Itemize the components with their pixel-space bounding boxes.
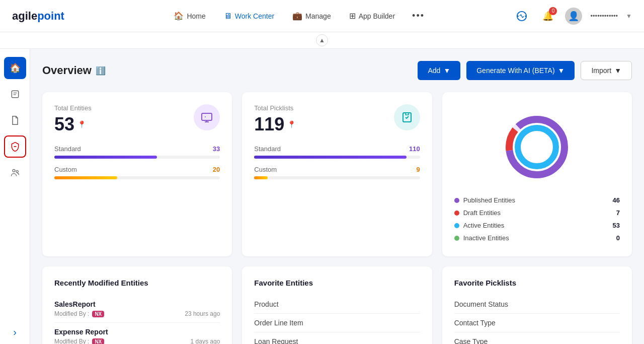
salesreport-user-badge: NX	[92, 311, 104, 317]
favorite-picklists-title: Favorite Picklists	[454, 279, 620, 287]
legend-active-dot	[454, 223, 459, 228]
fav-picklist-documentstatus[interactable]: Document Status	[454, 295, 620, 314]
info-icon[interactable]: ℹ️	[96, 66, 106, 76]
favorite-entities-title: Favorite Entities	[254, 279, 420, 287]
nav-workcenter[interactable]: 🖥 Work Center	[217, 8, 281, 25]
mod-item-salesreport-meta: Modified By : NX 23 hours ago	[54, 310, 220, 317]
nav-more[interactable]: •••	[406, 7, 431, 25]
legend-inactive-value: 0	[616, 234, 620, 242]
nav-more-label: •••	[412, 11, 425, 21]
ai-chevron-icon: ▼	[558, 66, 565, 75]
page-title: Overview	[42, 64, 92, 77]
entities-standard-row: Standard 33	[54, 145, 220, 153]
user-chevron-icon[interactable]: ▼	[626, 13, 632, 20]
picklists-location-icon: 📍	[287, 120, 296, 128]
fav-picklist-contacttype[interactable]: Contact Type	[454, 314, 620, 332]
fav-entity-product[interactable]: Product	[254, 295, 420, 314]
donut-legend: Published Entities 46 Draft Entities 7	[454, 194, 620, 244]
svg-point-1	[518, 15, 519, 17]
topnav-right: 🔔 0 👤 •••••••••••• ▼	[513, 7, 632, 25]
entities-value: 53 📍	[54, 114, 92, 135]
user-avatar[interactable]: 👤	[565, 8, 582, 25]
fav-entity-loanrequest[interactable]: Loan Request	[254, 332, 420, 344]
logo[interactable]: agilepoint	[12, 10, 64, 23]
legend-inactive-label: Inactive Entities	[463, 234, 509, 242]
workcenter-icon: 🖥	[224, 12, 232, 21]
avatar-icon: 👤	[568, 11, 579, 22]
home-sidebar-icon: 🏠	[10, 62, 21, 74]
sidebar-item-notes[interactable]	[4, 83, 26, 105]
entities-custom-fill	[54, 176, 117, 179]
dashboard-bottom-grid: Recently Modified Entities SalesReport M…	[42, 266, 632, 344]
sidebar-item-file[interactable]	[4, 109, 26, 131]
notification-badge: 0	[549, 7, 557, 15]
picklists-info: Total Picklists 119 📍	[254, 104, 296, 135]
sidebar-item-shield[interactable]	[4, 135, 26, 158]
legend-published-left: Published Entities	[454, 196, 515, 204]
apps-icon-btn[interactable]	[513, 7, 531, 25]
appbuilder-icon: ⊞	[349, 11, 356, 21]
legend-inactive-left: Inactive Entities	[454, 234, 509, 242]
add-button[interactable]: Add ▼	[418, 61, 460, 80]
legend-draft-value: 7	[616, 209, 620, 217]
mod-item-expensereport: Expense Report Modified By : NX 1 days a…	[54, 323, 220, 344]
page-title-wrap: Overview ℹ️	[42, 64, 106, 77]
entities-location-icon: 📍	[77, 120, 86, 128]
import-button[interactable]: Import ▼	[581, 61, 632, 80]
picklists-custom-fill	[254, 176, 267, 179]
notes-icon	[10, 89, 20, 99]
picklists-standard-row: Standard 110	[254, 145, 420, 153]
ai-button[interactable]: Generate With AI (BETA) ▼	[466, 61, 575, 80]
sidebar-item-group[interactable]	[4, 162, 26, 184]
entities-icon	[194, 104, 220, 130]
nav-home-label: Home	[187, 12, 205, 20]
nav-manage-label: Manage	[305, 12, 331, 20]
expensereport-modified-label: Modified By :	[54, 338, 89, 344]
salesreport-time: 23 hours ago	[185, 310, 220, 317]
ai-label: Generate With AI (BETA)	[476, 66, 554, 75]
collapse-bar: ▲	[0, 32, 644, 49]
legend-active-left: Active Entities	[454, 222, 505, 229]
salesreport-modified-label: Modified By :	[54, 310, 89, 317]
svg-rect-3	[12, 91, 18, 97]
picklists-number: 119	[254, 114, 284, 135]
entities-custom-bar	[54, 176, 220, 179]
picklists-label: Total Picklists	[254, 104, 296, 112]
favorite-picklists-card: Favorite Picklists Document Status Conta…	[442, 266, 632, 344]
nav-manage[interactable]: 💼 Manage	[285, 7, 338, 25]
fav-picklist-casetype[interactable]: Case Type	[454, 332, 620, 344]
legend-published-label: Published Entities	[463, 196, 515, 204]
picklists-card-header: Total Picklists 119 📍	[254, 104, 420, 135]
fav-entity-orderlineitem[interactable]: Order Line Item	[254, 314, 420, 332]
mod-item-expensereport-left: Modified By : NX	[54, 338, 104, 344]
nav-home[interactable]: 🏠 Home	[167, 7, 212, 25]
picklists-custom-row: Custom 9	[254, 166, 420, 173]
sidebar-item-home[interactable]: 🏠	[4, 57, 26, 79]
chevron-up-icon: ▲	[319, 37, 325, 44]
collapse-button[interactable]: ▲	[316, 34, 328, 46]
mod-item-salesreport-name[interactable]: SalesReport	[54, 300, 220, 308]
clipboard-icon	[401, 111, 413, 123]
import-chevron-icon: ▼	[614, 66, 621, 75]
picklists-breakdown: Standard 110 Custom 9	[254, 145, 420, 179]
header-actions: Add ▼ Generate With AI (BETA) ▼ Import ▼	[418, 61, 632, 80]
expensereport-time: 1 days ago	[191, 338, 220, 344]
shield-icon	[10, 142, 20, 152]
user-name[interactable]: ••••••••••••	[590, 12, 618, 20]
nav-appbuilder-label: App Builder	[359, 12, 395, 20]
entities-custom-value: 20	[213, 166, 220, 173]
entities-standard-fill	[54, 156, 157, 159]
notification-btn[interactable]: 🔔 0	[539, 7, 557, 25]
legend-active-label: Active Entities	[463, 222, 505, 229]
nav-appbuilder[interactable]: ⊞ App Builder	[342, 7, 402, 25]
manage-icon: 💼	[292, 11, 302, 21]
sidebar-expand-button[interactable]: ›	[4, 324, 26, 339]
expensereport-user-badge: NX	[92, 338, 104, 345]
mod-item-expensereport-name[interactable]: Expense Report	[54, 328, 220, 336]
mod-item-salesreport-left: Modified By : NX	[54, 310, 104, 317]
picklists-standard-bar	[254, 156, 420, 159]
entities-custom-label: Custom	[54, 166, 77, 173]
legend-draft-dot	[454, 211, 459, 216]
svg-point-19	[525, 135, 549, 159]
legend-draft-left: Draft Entities	[454, 209, 501, 217]
